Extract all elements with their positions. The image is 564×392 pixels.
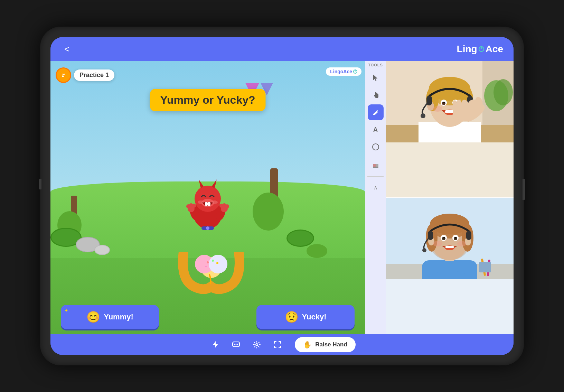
svg-rect-70 — [479, 262, 491, 272]
answer-buttons-area: ✦ 😊 Yummy! 😟 Yucky! — [50, 300, 365, 334]
shape-tool-button[interactable] — [368, 139, 384, 155]
svg-rect-34 — [373, 167, 378, 168]
logo: Ling Ace — [457, 44, 503, 55]
question-box: Yummy or Yucky? — [150, 89, 265, 111]
chevron-up-icon: ∧ — [374, 184, 378, 191]
yucky-label: Yucky! — [302, 312, 327, 321]
tools-sidebar: TOOLs — [365, 61, 386, 334]
svg-point-14 — [206, 226, 209, 230]
hand-tool-button[interactable] — [368, 87, 384, 103]
bush-right — [286, 230, 314, 247]
logo-text-2: Ace — [486, 44, 503, 55]
collapse-tools-button[interactable]: ∧ — [368, 179, 384, 195]
monster-character — [184, 175, 232, 231]
side-button-right[interactable] — [523, 179, 525, 200]
svg-point-86 — [443, 237, 445, 239]
svg-rect-89 — [445, 246, 454, 248]
yucky-button[interactable]: 😟 Yucky! — [256, 305, 355, 329]
text-tool-button[interactable]: A — [368, 122, 384, 138]
raise-hand-button[interactable]: ✋ Raise Hand — [295, 337, 356, 352]
svg-point-1 — [480, 47, 482, 49]
yummy-emoji: 😊 — [86, 310, 100, 324]
yucky-emoji: 😟 — [285, 310, 299, 324]
svg-point-24 — [225, 204, 229, 208]
cursor-icon — [372, 74, 379, 82]
student-avatar — [386, 198, 514, 279]
back-button[interactable]: < — [61, 42, 73, 56]
lightning-icon — [211, 340, 219, 349]
logo-circle-icon — [478, 46, 485, 52]
svg-point-3 — [355, 70, 356, 72]
chat-button[interactable] — [229, 338, 243, 352]
tablet-screen: < Ling Ace — [50, 37, 514, 355]
fullscreen-button[interactable] — [271, 338, 284, 352]
video-panel — [386, 61, 514, 334]
pen-icon — [372, 109, 379, 116]
svg-point-29 — [212, 260, 214, 262]
svg-point-90 — [433, 241, 442, 246]
timer-circle: 2' — [56, 67, 71, 83]
svg-point-91 — [457, 241, 466, 246]
svg-rect-93 — [466, 231, 471, 240]
fullscreen-icon — [273, 340, 282, 349]
chat-icon — [232, 340, 240, 349]
side-button-left[interactable] — [39, 179, 41, 189]
svg-rect-9 — [205, 202, 208, 206]
rock-small — [94, 245, 110, 255]
eraser-tool-button[interactable] — [368, 156, 384, 172]
header: < Ling Ace — [50, 37, 514, 61]
settings-button[interactable] — [250, 338, 264, 352]
practice-badge: 2' Practice 1 — [56, 67, 114, 83]
sparkle-icon: ✦ — [64, 308, 68, 313]
tablet-frame: < Ling Ace — [40, 27, 524, 365]
teacher-avatar — [386, 61, 514, 142]
raise-hand-label: Raise Hand — [315, 341, 347, 348]
icecream-element — [173, 252, 242, 293]
main-content: 2' Practice 1 LingoAce Yumm — [50, 61, 514, 334]
svg-rect-33 — [373, 164, 376, 167]
svg-point-59 — [433, 106, 442, 112]
raise-hand-icon: ✋ — [303, 340, 312, 349]
svg-point-94 — [422, 248, 426, 252]
svg-point-98 — [237, 344, 238, 345]
svg-rect-10 — [208, 202, 210, 206]
svg-point-39 — [494, 79, 513, 105]
eraser-icon — [372, 160, 379, 168]
svg-point-28 — [207, 261, 209, 263]
logo-text: Ling — [457, 44, 477, 55]
svg-point-63 — [421, 113, 425, 118]
cursor-tool-button[interactable] — [368, 70, 384, 86]
text-tool-icon: A — [373, 126, 378, 133]
svg-point-96 — [234, 344, 235, 345]
student-video — [386, 197, 514, 334]
svg-point-87 — [455, 237, 457, 239]
svg-point-12 — [212, 200, 218, 204]
gear-icon — [253, 340, 261, 349]
svg-point-30 — [216, 262, 218, 264]
yummy-label: Yummy! — [104, 312, 133, 321]
svg-point-27 — [209, 255, 227, 273]
tool-divider — [367, 176, 384, 177]
svg-point-11 — [198, 200, 204, 204]
lingoace-ingame-badge: LingoAce — [326, 67, 361, 76]
practice-label: Practice 1 — [74, 69, 114, 81]
game-area: 2' Practice 1 LingoAce Yumm — [50, 61, 365, 334]
svg-point-31 — [205, 266, 207, 267]
svg-point-55 — [443, 102, 445, 103]
bush-right-small — [307, 244, 327, 258]
tools-label: TOOLs — [368, 63, 383, 67]
ingame-logo-icon — [353, 69, 357, 74]
yummy-button[interactable]: ✦ 😊 Yummy! — [61, 305, 159, 329]
svg-point-99 — [256, 344, 258, 346]
lightning-button[interactable] — [208, 338, 222, 352]
bottom-toolbar: ✋ Raise Hand — [50, 334, 514, 355]
teacher-video — [386, 61, 514, 197]
hand-icon — [372, 91, 379, 99]
svg-point-97 — [236, 344, 237, 345]
shape-tool-icon — [372, 143, 379, 150]
pen-tool-button[interactable] — [368, 104, 384, 120]
game-frame: 2' Practice 1 LingoAce Yumm — [50, 61, 365, 334]
tree-right — [264, 168, 284, 231]
svg-point-21 — [192, 204, 196, 208]
